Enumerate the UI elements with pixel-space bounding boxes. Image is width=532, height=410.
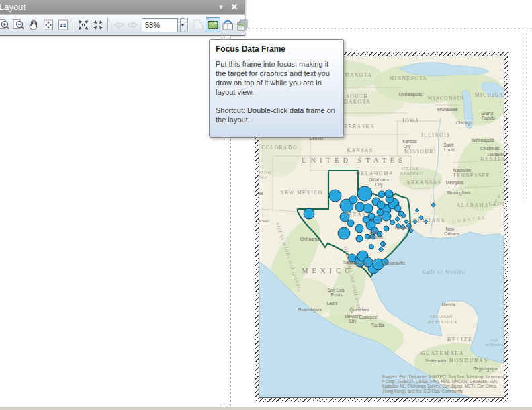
svg-text:Puebla: Puebla xyxy=(371,323,385,327)
guide-line-horizontal-top xyxy=(246,30,532,30)
svg-text:GUATEMALA: GUATEMALA xyxy=(421,350,465,356)
go-forward-extent-icon xyxy=(127,19,139,31)
svg-text:Memphis: Memphis xyxy=(446,180,464,186)
svg-text:Louisville: Louisville xyxy=(488,152,504,157)
toggle-draft-mode-icon xyxy=(192,19,204,31)
toolbar-buttons-row: 1:1 xyxy=(0,14,245,35)
svg-text:Ecatepec: Ecatepec xyxy=(359,315,378,320)
pan-button[interactable] xyxy=(26,17,41,32)
svg-text:DAKOTA: DAKOTA xyxy=(344,99,371,105)
zoom-whole-page-icon xyxy=(42,19,54,31)
svg-text:Tegucigalpa: Tegucigalpa xyxy=(474,366,498,372)
svg-text:Saint: Saint xyxy=(444,142,454,147)
svg-text:Rapids: Rapids xyxy=(482,116,496,121)
svg-text:Gulf of Mexico: Gulf of Mexico xyxy=(423,268,466,275)
svg-text:TEXAS: TEXAS xyxy=(345,212,366,218)
chevron-down-icon xyxy=(181,24,185,26)
svg-text:ILLINOIS: ILLINOIS xyxy=(421,132,451,138)
svg-text:Houston: Houston xyxy=(395,225,412,230)
tooltip-focus-data-frame: Focus Data Frame Put this frame into foc… xyxy=(209,39,344,138)
svg-text:Oklahoma: Oklahoma xyxy=(369,177,389,182)
svg-text:Gulf: Gulf xyxy=(490,338,498,342)
svg-text:NEW MEXICO: NEW MEXICO xyxy=(280,190,322,196)
svg-text:ARKANSAS: ARKANSAS xyxy=(406,179,441,186)
tooltip-shortcut: Shortcut: Double-click data frame on the… xyxy=(216,106,337,124)
svg-text:Mexico: Mexico xyxy=(345,314,359,319)
fixed-zoom-out-button[interactable] xyxy=(91,17,105,32)
guide-line-vertical-right xyxy=(523,30,523,203)
svg-text:TENNESSEE: TENNESSEE xyxy=(453,173,490,179)
svg-text:PLATEAU: PLATEAU xyxy=(259,175,269,179)
zoom-percent-input[interactable] xyxy=(142,18,178,32)
zoom-100-icon: 1:1 xyxy=(57,19,69,31)
svg-text:IOWA: IOWA xyxy=(402,118,420,124)
svg-text:Cincinnati: Cincinnati xyxy=(480,146,500,151)
svg-text:León: León xyxy=(327,301,337,306)
svg-text:MISSOURI: MISSOURI xyxy=(404,149,437,155)
svg-text:NEBRASKA: NEBRASKA xyxy=(340,124,375,130)
svg-text:Grand: Grand xyxy=(481,111,493,116)
zoom-in-icon xyxy=(0,19,10,31)
change-layout-button[interactable] xyxy=(220,17,235,32)
svg-text:Mérida: Mérida xyxy=(442,302,455,307)
svg-text:WISCONSIN: WISCONSIN xyxy=(427,95,464,101)
zoom-in-button[interactable] xyxy=(0,17,11,32)
svg-text:UNITED STATES: UNITED STATES xyxy=(302,157,406,164)
svg-text:Nashville: Nashville xyxy=(453,168,472,173)
fixed-zoom-in-icon xyxy=(77,19,89,31)
toolbar-menu-icon[interactable]: ▾ xyxy=(215,3,227,11)
svg-text:Orleans: Orleans xyxy=(445,231,461,236)
svg-text:Guadalajara: Guadalajara xyxy=(298,307,322,313)
focus-data-frame-button[interactable] xyxy=(206,17,220,32)
svg-text:HONDURAS: HONDURAS xyxy=(449,358,488,364)
toolbar-separator xyxy=(73,18,74,32)
focus-data-frame-icon xyxy=(207,19,219,31)
layout-toolbar-window: Layout ▾ ✕ 1:1 xyxy=(0,0,245,36)
data-driven-pages-button[interactable] xyxy=(235,17,250,32)
fixed-zoom-out-icon xyxy=(92,19,104,31)
toolbar-titlebar[interactable]: Layout ▾ ✕ xyxy=(0,0,245,14)
toolbar-title: Layout xyxy=(0,2,215,12)
svg-text:1:1: 1:1 xyxy=(60,23,66,28)
svg-text:Chihuahua: Chihuahua xyxy=(300,237,321,241)
svg-text:Milwaukee: Milwaukee xyxy=(437,107,458,112)
svg-text:Antonio: Antonio xyxy=(368,235,383,239)
svg-text:Guatemala: Guatemala xyxy=(425,358,446,363)
zoom-out-button[interactable] xyxy=(11,17,26,32)
svg-text:COLORADO: COLORADO xyxy=(259,170,271,175)
tooltip-title: Focus Data Frame xyxy=(216,44,337,54)
svg-text:San Luis: San Luis xyxy=(327,288,345,292)
svg-text:San: San xyxy=(369,230,378,235)
svg-text:MICHIGAN: MICHIGAN xyxy=(475,92,504,98)
svg-text:City: City xyxy=(375,182,383,188)
change-layout-icon xyxy=(222,19,234,31)
svg-text:ALABAMA: ALABAMA xyxy=(457,202,489,208)
zoom-100-button[interactable]: 1:1 xyxy=(56,17,71,32)
svg-text:KANSAS: KANSAS xyxy=(347,147,373,153)
zoom-whole-page-button[interactable] xyxy=(41,17,56,32)
svg-text:OZARK: OZARK xyxy=(402,166,419,171)
go-back-extent-button xyxy=(111,17,126,32)
svg-text:City: City xyxy=(403,144,411,149)
svg-text:Indianapolis: Indianapolis xyxy=(472,138,495,143)
svg-text:PENINSULA: PENINSULA xyxy=(427,319,457,324)
data-driven-pages-icon xyxy=(236,19,249,31)
tooltip-body: Put this frame into focus, making it the… xyxy=(216,59,337,124)
zoom-percent-dropdown-button[interactable] xyxy=(180,18,185,32)
svg-text:MINNESOTA: MINNESOTA xyxy=(389,75,427,81)
go-back-extent-icon xyxy=(112,19,124,31)
svg-text:Louis: Louis xyxy=(444,147,455,152)
fixed-zoom-in-button[interactable] xyxy=(76,17,91,32)
svg-text:KENTUCKY: KENTUCKY xyxy=(480,156,504,162)
arcmap-layout-view: NORTH DAKOTAMINNESOTASOUTHDAKOTAWISCONSI… xyxy=(0,0,532,410)
svg-text:(Hong Kong), and the GIS User: (Hong Kong), and the GIS User Community xyxy=(382,388,463,394)
svg-text:LOUISIANA: LOUISIANA xyxy=(409,218,445,224)
close-icon[interactable]: ✕ xyxy=(227,2,242,12)
window-bottom-border xyxy=(0,407,532,410)
svg-text:Potosí: Potosí xyxy=(331,292,344,297)
tooltip-paragraph: Put this frame into focus, making it the… xyxy=(216,59,337,97)
svg-text:OKLAHOMA: OKLAHOMA xyxy=(356,171,394,177)
svg-text:Kansas: Kansas xyxy=(402,139,417,144)
svg-text:of Honduras: of Honduras xyxy=(486,343,504,347)
svg-text:Chicago: Chicago xyxy=(456,120,472,126)
